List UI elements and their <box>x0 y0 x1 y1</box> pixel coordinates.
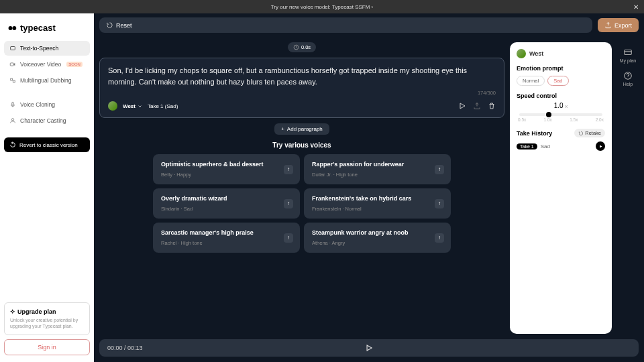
speed-value: 1.0 x <box>517 102 605 109</box>
dubbing-icon <box>9 77 16 84</box>
voice-card[interactable]: Steampunk warrior angry at noobAthena · … <box>304 223 451 253</box>
rail-help[interactable]: Help <box>623 71 633 86</box>
rail-myplan[interactable]: My plan <box>620 48 637 63</box>
retake-button[interactable]: Retake <box>574 129 605 137</box>
retake-icon <box>578 131 584 136</box>
svg-rect-7 <box>625 50 632 55</box>
export-button[interactable]: Export <box>598 18 639 32</box>
play-icon <box>364 343 374 353</box>
help-icon <box>623 71 633 80</box>
voice-selector[interactable]: West <box>123 103 142 109</box>
svg-point-5 <box>11 119 13 121</box>
right-rail: My plan Help <box>617 42 639 334</box>
signin-button[interactable]: Sign in <box>4 339 90 355</box>
banner-text[interactable]: Try our new voice model: Typecast SSFM › <box>271 4 374 10</box>
card-icon <box>623 48 633 57</box>
plus-icon: + <box>281 126 284 132</box>
arrow-icon[interactable]: ↑ <box>435 199 444 208</box>
duration-pill: 0.0s <box>288 42 316 52</box>
arrow-icon[interactable]: ↑ <box>284 199 293 208</box>
speed-title: Speed control <box>517 93 605 99</box>
upgrade-title: ✧ Upgrade plan <box>10 308 84 315</box>
main: Reset Export 0.0s Son, I'd be licking my… <box>94 13 644 362</box>
tts-icon <box>9 45 16 52</box>
arrow-icon[interactable]: ↑ <box>435 233 444 243</box>
reset-button[interactable]: Reset <box>99 17 592 33</box>
add-paragraph-button[interactable]: + Add paragraph <box>274 123 329 135</box>
play-icon[interactable] <box>458 102 466 110</box>
voice-card[interactable]: Overly dramatic wizardSindarin · Sad↑ <box>153 188 300 219</box>
svg-rect-4 <box>12 102 14 105</box>
voice-card[interactable]: Frankenstein's take on hybrid carsFranke… <box>304 188 451 219</box>
play-take-button[interactable] <box>596 141 605 151</box>
take-badge: Take 1 <box>517 143 537 149</box>
player-play-button[interactable] <box>364 343 374 353</box>
sidebar: typecast Text-to-Speech Voiceover Video … <box>0 13 94 362</box>
svg-rect-3 <box>10 63 13 66</box>
reset-icon <box>106 21 113 29</box>
sidebar-item-dubbing[interactable]: Multilingual Dubbing <box>4 73 90 88</box>
soon-badge: SOON <box>66 62 83 67</box>
revert-button[interactable]: Revert to classic version <box>4 137 90 152</box>
promo-banner: Try our new voice model: Typecast SSFM ›… <box>0 0 644 13</box>
svg-point-1 <box>12 26 16 30</box>
logo[interactable]: typecast <box>4 20 90 41</box>
sparkle-icon: ✧ <box>10 308 15 315</box>
emotion-chip-sad[interactable]: Sad <box>547 76 568 86</box>
voice-avatar <box>517 49 526 58</box>
emotion-chip-normal[interactable]: Normal <box>517 76 545 86</box>
clock-icon <box>293 44 299 50</box>
slider-thumb[interactable] <box>546 112 551 117</box>
sidebar-item-casting[interactable]: Character Casting <box>4 113 90 128</box>
mic-icon <box>9 101 16 108</box>
sidebar-item-voiceover[interactable]: Voiceover Video SOON <box>4 57 90 72</box>
char-count: 174/300 <box>108 90 496 96</box>
casting-icon <box>9 117 16 124</box>
delete-icon[interactable] <box>488 102 496 110</box>
history-item[interactable]: Take 1 Sad <box>517 141 605 151</box>
voice-grid: Optimistic superhero & bad dessertBetty … <box>99 154 504 253</box>
chevron-down-icon <box>138 104 142 109</box>
speed-slider[interactable] <box>519 113 602 116</box>
voice-card[interactable]: Optimistic superhero & bad dessertBetty … <box>153 154 300 184</box>
voice-card[interactable]: Rapper's passion for underwearDollar Jr.… <box>304 154 451 184</box>
settings-panel: West Emotion prompt Normal Sad Speed con… <box>510 42 612 334</box>
arrow-icon[interactable]: ↑ <box>284 165 293 174</box>
text-editor[interactable]: Son, I'd be licking my chops to square o… <box>99 58 504 118</box>
export-icon <box>604 21 612 29</box>
sidebar-item-cloning[interactable]: Voice Cloning <box>4 97 90 112</box>
svg-rect-2 <box>11 47 15 50</box>
topbar: Reset Export <box>99 13 639 37</box>
upgrade-card[interactable]: ✧ Upgrade plan Unlock your creative pote… <box>4 302 90 335</box>
voice-avatar[interactable] <box>108 101 117 111</box>
video-icon <box>9 61 16 68</box>
history-title: Take History <box>517 130 552 137</box>
voice-card[interactable]: Sarcastic manager's high praiseRachel · … <box>153 223 300 253</box>
player-bar: 00:00 / 00:13 <box>99 339 639 357</box>
emotion-title: Emotion prompt <box>517 65 605 72</box>
revert-icon <box>9 141 16 148</box>
slider-labels: 0.5x1.0x1.5x2.0x <box>517 117 605 122</box>
take-label: Take 1 (Sad) <box>148 103 178 109</box>
voices-heading: Try various voices <box>99 141 504 149</box>
player-time: 00:00 / 00:13 <box>107 345 143 351</box>
editor-text[interactable]: Son, I'd be licking my chops to square o… <box>108 65 496 87</box>
upgrade-desc: Unlock your creative potential by upgrad… <box>10 317 84 329</box>
svg-point-0 <box>9 26 13 30</box>
close-icon[interactable]: ✕ <box>633 3 639 11</box>
logo-icon <box>8 23 17 33</box>
arrow-icon[interactable]: ↑ <box>435 165 444 174</box>
share-icon[interactable] <box>473 102 481 110</box>
sidebar-item-tts[interactable]: Text-to-Speech <box>4 41 90 56</box>
panel-voice[interactable]: West <box>517 49 605 58</box>
arrow-icon[interactable]: ↑ <box>284 233 293 243</box>
